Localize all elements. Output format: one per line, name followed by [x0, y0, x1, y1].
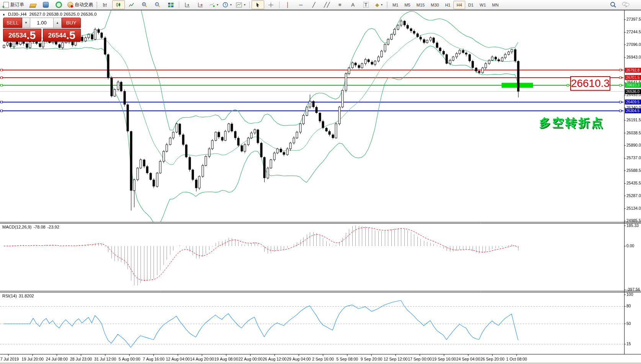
bar-chart-button[interactable]: [99, 0, 112, 9]
buy-price-panel[interactable]: 26544.5: [43, 29, 81, 42]
sell-button[interactable]: SELL: [3, 18, 22, 28]
main-toolbar: 新订单 自动交易 ▾ ▾ ▾: [0, 0, 641, 10]
tf-button-m30[interactable]: M30: [428, 1, 442, 9]
periods-button[interactable]: ▾: [221, 0, 234, 9]
volume-decrease-button[interactable]: ▼: [22, 18, 30, 28]
dropdown-arrow-icon: ▾: [381, 3, 383, 7]
auto-trading-button[interactable]: 自动交易: [65, 0, 95, 9]
hline-icon: ─: [299, 2, 303, 7]
axis-tag-26792.8: 26792.8: [625, 68, 641, 73]
line-chart-icon: [129, 2, 134, 8]
label-tool-icon: T: [363, 2, 369, 8]
crosshair-icon: [268, 2, 274, 8]
chat-icon[interactable]: [622, 2, 630, 8]
auto-trading-icon: [67, 2, 73, 8]
zoom-in-icon: [142, 2, 147, 8]
toolbar-separator: [249, 2, 250, 8]
candlestick-chart-button[interactable]: [112, 0, 125, 9]
vertical-line-tool[interactable]: │: [281, 0, 294, 9]
zoom-in-button[interactable]: [138, 0, 151, 9]
tf-button-m1[interactable]: M1: [389, 1, 401, 9]
trendline-tool[interactable]: ╱: [307, 0, 320, 9]
axis-tag-26536.0: 26536.0: [625, 89, 641, 94]
search-icon[interactable]: [610, 2, 616, 8]
volume-input[interactable]: [30, 18, 54, 28]
tf-button-m5[interactable]: M5: [401, 1, 413, 9]
template-icon: [236, 2, 242, 8]
axis-tag-26701.5: 26701.5: [625, 75, 641, 80]
chart-canvas[interactable]: [0, 0, 641, 364]
tile-windows-button[interactable]: [164, 0, 177, 9]
price-callout-box[interactable]: 26610.3: [570, 76, 610, 91]
axis-tag-26409.5: 26409.5: [625, 100, 641, 104]
cursor-icon: [255, 2, 260, 8]
new-order-label: 新订单: [10, 2, 24, 8]
bar-chart-icon: [103, 2, 108, 8]
signals-button[interactable]: [52, 0, 65, 9]
tf-button-m15[interactable]: M15: [414, 1, 428, 9]
new-order-icon: [3, 2, 9, 8]
rsi-name: RSI(14): [2, 294, 17, 298]
label-tool[interactable]: T: [360, 0, 372, 9]
toolbar-right-icons: [610, 2, 630, 8]
macd-name: MACD(12,26,9): [2, 225, 31, 229]
profile-icon: [43, 2, 49, 8]
macd-label: MACD(12,26,9) -78.08 -23.92: [2, 225, 59, 229]
zoom-out-icon: [155, 2, 160, 8]
buy-button[interactable]: BUY: [62, 18, 81, 28]
tf-button-h4[interactable]: H4: [453, 1, 465, 9]
trendline-icon: ╱: [312, 2, 316, 7]
dropdown-arrow-icon: ▾: [217, 3, 218, 7]
profile-button[interactable]: [39, 0, 52, 9]
signal-icon: [56, 2, 62, 8]
chart-shift-icon: [198, 2, 203, 8]
buy-price-main: 26544: [48, 29, 66, 41]
toolbar-separator: [279, 2, 280, 8]
market-button[interactable]: [26, 0, 39, 9]
shapes-tool[interactable]: ◆ ▾: [373, 0, 385, 9]
indicators-icon: [209, 2, 215, 8]
sell-price-panel[interactable]: 26534.5: [3, 29, 41, 42]
cursor-button[interactable]: [252, 0, 264, 9]
fibonacci-tool[interactable]: ≡: [334, 0, 346, 9]
symbol-period-label: DJ30-,H4: [8, 12, 27, 16]
tile-windows-icon: [168, 2, 174, 8]
shapes-icon: ◆: [375, 2, 379, 7]
auto-scroll-button[interactable]: [181, 0, 194, 9]
text-tool[interactable]: A: [347, 0, 359, 9]
app: { "toolbar": { "new_order_label": "新订单",…: [0, 0, 641, 364]
macd-value-main: -78.08: [33, 225, 45, 229]
sell-price-main: 26534: [8, 29, 26, 41]
line-chart-button[interactable]: [125, 0, 138, 9]
candlestick-icon: [116, 2, 121, 8]
toolbar-separator: [179, 2, 179, 8]
channel-tool[interactable]: ╱╱: [320, 0, 333, 9]
tf-button-w1[interactable]: W1: [477, 1, 489, 9]
new-order-button[interactable]: 新订单: [2, 0, 26, 9]
tf-button-d1[interactable]: D1: [465, 1, 477, 9]
tf-button-mn[interactable]: MN: [489, 1, 502, 9]
one-click-trading-widget: SELL ▼ ▲ BUY 26534.5 26544.5: [3, 18, 81, 42]
text-tool-icon: A: [351, 2, 355, 7]
templates-button[interactable]: ▾: [234, 0, 247, 9]
macd-value-signal: -23.92: [47, 225, 59, 229]
chart-shift-button[interactable]: [194, 0, 207, 9]
tf-button-h1[interactable]: H1: [442, 1, 453, 9]
horizontal-line-tool[interactable]: ─: [294, 0, 307, 9]
sell-price-pip: .5: [26, 29, 36, 41]
zoom-out-button[interactable]: [151, 0, 164, 9]
vline-icon: │: [286, 2, 289, 7]
buy-price-pip: .5: [66, 29, 75, 41]
ohlc-values: 26527.0 26538.0 26525.0 26536.0: [29, 12, 97, 16]
collapse-one-click-icon[interactable]: ▲: [2, 13, 5, 16]
chart-header: ▲ DJ30-,H4 26527.0 26538.0 26525.0 26536…: [2, 12, 96, 16]
turning-point-annotation: 多空转折点: [539, 115, 604, 131]
dropdown-arrow-icon: ▾: [230, 3, 232, 7]
volume-increase-button[interactable]: ▲: [54, 18, 62, 28]
crosshair-button[interactable]: [265, 0, 277, 9]
indicators-button[interactable]: ▾: [207, 0, 220, 9]
axis-tag-26304.5: 26304.5: [625, 108, 641, 113]
channel-icon: ╱╱: [324, 2, 330, 7]
toolbar-grip: [96, 2, 98, 8]
gold-bar-icon: [29, 4, 36, 8]
